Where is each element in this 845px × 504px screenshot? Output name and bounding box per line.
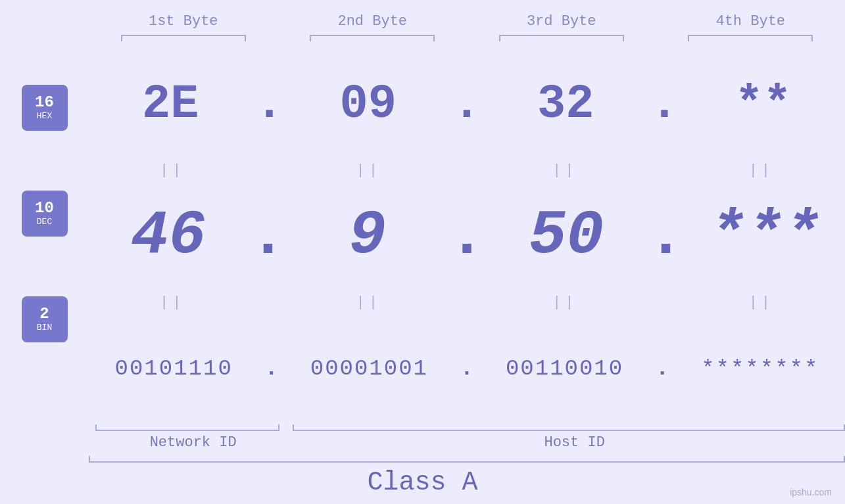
bin-dot1: .	[265, 356, 278, 381]
data-area: 2E . 09 . 32 . ** || || || || 46	[89, 48, 845, 424]
main-content: 16 HEX 10 DEC 2 BIN 2E . 09 . 32 . **	[0, 48, 845, 424]
bin-b1: 00101110	[108, 357, 239, 380]
bin-b2: 00001001	[303, 357, 435, 380]
hex-dot3: .	[650, 78, 679, 131]
badge-column: 16 HEX 10 DEC 2 BIN	[0, 48, 89, 424]
hex-dot2: .	[452, 78, 481, 131]
byte1-header: 1st Byte	[118, 13, 249, 30]
id-labels: Network ID Host ID	[89, 434, 845, 451]
bracket-top-4	[688, 35, 813, 41]
hex-row: 2E . 09 . 32 . **	[89, 48, 845, 160]
hex-badge-label: HEX	[37, 111, 52, 121]
bracket-top-3	[499, 35, 624, 41]
class-label: Class A	[0, 468, 845, 497]
bin-row: 00101110 . 00001001 . 00110010 . *******…	[89, 312, 845, 424]
dec-dot3: .	[647, 201, 685, 272]
sep1-b1: ||	[107, 162, 238, 179]
hex-dot1: .	[255, 78, 283, 131]
sep2-b1: ||	[107, 294, 238, 311]
dec-dot2: .	[448, 201, 485, 272]
hex-b4: **	[698, 81, 829, 128]
bracket-network	[95, 424, 279, 431]
dec-dot1: .	[249, 201, 287, 272]
bin-dot2: .	[460, 356, 473, 381]
byte3-header: 3rd Byte	[496, 13, 627, 30]
sep-row-2: || || || ||	[89, 292, 845, 312]
dec-badge-num: 10	[35, 200, 54, 217]
sep2-b3: ||	[499, 294, 631, 311]
bin-b4: ********	[694, 357, 826, 380]
dec-row: 46 . 9 . 50 . ***	[89, 180, 845, 292]
bin-dot3: .	[656, 356, 669, 381]
byte4-header: 4th Byte	[685, 13, 816, 30]
hex-b3: 32	[500, 81, 631, 128]
hex-badge-num: 16	[35, 94, 54, 111]
bin-b3: 00110010	[499, 357, 631, 380]
sep-row-1: || || || ||	[89, 160, 845, 180]
byte-headers: 1st Byte 2nd Byte 3rd Byte 4th Byte	[89, 0, 845, 30]
sep2-b4: ||	[696, 294, 827, 311]
bottom-section: Network ID Host ID Class A ipshu.com	[0, 424, 845, 504]
dec-badge-label: DEC	[37, 217, 52, 227]
bin-badge: 2 BIN	[22, 296, 68, 342]
dec-b4: ***	[700, 205, 831, 267]
watermark: ipshu.com	[790, 487, 832, 497]
hex-b1: 2E	[105, 81, 236, 128]
sep2-b2: ||	[303, 294, 435, 311]
top-brackets	[89, 35, 845, 41]
bottom-brackets	[89, 424, 845, 431]
bin-badge-label: BIN	[37, 323, 52, 332]
bracket-host	[293, 424, 845, 431]
sep1-b2: ||	[303, 162, 435, 179]
host-id-label: Host ID	[304, 434, 845, 451]
page: 1st Byte 2nd Byte 3rd Byte 4th Byte 16 H…	[0, 0, 845, 504]
dec-b3: 50	[500, 205, 632, 267]
sep1-b4: ||	[696, 162, 827, 179]
dec-b1: 46	[103, 205, 234, 267]
dec-b2: 9	[302, 205, 433, 267]
hex-badge: 16 HEX	[22, 85, 68, 131]
bracket-top-2	[310, 35, 435, 41]
full-bracket	[89, 456, 845, 463]
dec-badge: 10 DEC	[22, 191, 68, 237]
network-id-label: Network ID	[95, 434, 291, 451]
hex-b2: 09	[302, 81, 434, 128]
bin-badge-num: 2	[39, 306, 49, 323]
bracket-top-1	[121, 35, 246, 41]
byte2-header: 2nd Byte	[306, 13, 438, 30]
sep1-b3: ||	[499, 162, 631, 179]
